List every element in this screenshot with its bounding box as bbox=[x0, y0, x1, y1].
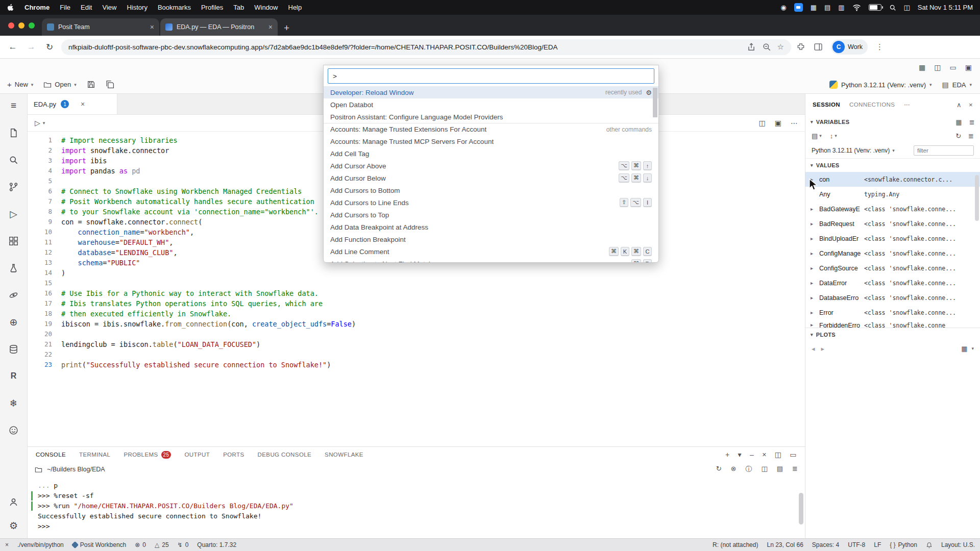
window-close-button[interactable] bbox=[8, 22, 14, 29]
filter-input[interactable] bbox=[914, 145, 974, 156]
spotlight-icon[interactable] bbox=[889, 4, 896, 11]
add-console-icon[interactable]: + bbox=[725, 450, 730, 459]
side-panel-icon[interactable] bbox=[814, 42, 823, 52]
panel-tab-snowflake[interactable]: SNOWFLAKE bbox=[325, 452, 363, 458]
palette-item[interactable]: Accounts: Manage Trusted Extensions For … bbox=[324, 123, 658, 135]
palette-item[interactable]: Add Cursors to Bottom bbox=[324, 184, 658, 196]
console-cwd[interactable]: ~/Builders Blog/EDA bbox=[47, 466, 105, 473]
menu-bookmarks[interactable]: Bookmarks bbox=[158, 4, 191, 11]
statusbar-item-lf[interactable]: LF bbox=[874, 541, 881, 548]
url-bar[interactable]: nfkpiaib-duloftf-posit-software-pbc-dev.… bbox=[61, 39, 791, 55]
panel-tab-debug-console[interactable]: DEBUG CONSOLE bbox=[258, 452, 312, 458]
restart-icon[interactable]: ↻ bbox=[716, 465, 722, 474]
interpreter-label[interactable]: Python 3.12.11 (Venv: .venv) bbox=[812, 147, 890, 154]
statusbar-item-quarto-1-7-32[interactable]: Quarto: 1.7.32 bbox=[197, 541, 236, 548]
variable-row[interactable]: ▸ConfigSource<class 'snowflake.conne... bbox=[805, 261, 980, 276]
source-control-icon[interactable] bbox=[7, 180, 20, 193]
code-line[interactable]: 17# Ibis translates Python operations in… bbox=[28, 298, 805, 309]
search-icon[interactable] bbox=[7, 153, 20, 166]
sort-button[interactable]: ↕▾ bbox=[830, 132, 837, 140]
battery-icon[interactable] bbox=[869, 4, 881, 11]
save-icon[interactable] bbox=[87, 80, 95, 89]
wifi-icon[interactable] bbox=[852, 4, 861, 11]
menu-file[interactable]: File bbox=[60, 4, 70, 11]
console-scrollbar[interactable] bbox=[799, 493, 803, 524]
variables-grid-icon[interactable]: ▦ bbox=[955, 118, 962, 126]
connections-icon[interactable] bbox=[7, 342, 20, 356]
close-panel-icon[interactable]: × bbox=[969, 101, 973, 109]
menu-help[interactable]: Help bbox=[288, 4, 302, 11]
statusbar-item-ln-23-col-66[interactable]: Ln 23, Col 66 bbox=[767, 541, 803, 548]
expand-chevron-icon[interactable]: ▸ bbox=[811, 322, 819, 328]
configure-keybinding-icon[interactable]: ⚙ bbox=[646, 89, 652, 96]
palette-item[interactable]: Accounts: Manage Trusted MCP Servers For… bbox=[324, 135, 658, 147]
expand-chevron-icon[interactable]: ▸ bbox=[811, 236, 819, 241]
r-lang-icon[interactable]: R bbox=[7, 369, 20, 383]
plot-grid-icon[interactable]: ▦ bbox=[961, 345, 967, 353]
palette-item[interactable]: Add Cursors to Top bbox=[324, 209, 658, 221]
expand-chevron-icon[interactable]: ▸ bbox=[811, 265, 819, 271]
panel-tab-problems[interactable]: PROBLEMS25 bbox=[124, 451, 171, 459]
menubar-clock[interactable]: Sat Nov 1 5:11 PM bbox=[918, 4, 973, 11]
toggle-sidebar-icon[interactable]: ▣ bbox=[965, 63, 972, 71]
refresh-icon[interactable]: ↻ bbox=[955, 132, 961, 140]
tab-close-icon[interactable]: × bbox=[150, 23, 154, 31]
variable-row[interactable]: ▸DataError<class 'snowflake.conne... bbox=[805, 276, 980, 290]
code-line[interactable]: 14) bbox=[28, 268, 805, 278]
palette-item[interactable]: Add Cursor Below⌥⌘↓ bbox=[324, 172, 658, 184]
extensions-icon[interactable] bbox=[7, 234, 20, 247]
menu-tab[interactable]: Tab bbox=[233, 4, 244, 11]
bookmark-icon[interactable]: ☆ bbox=[777, 42, 784, 52]
menu-history[interactable]: History bbox=[127, 4, 147, 11]
statusbar-item-utf-8[interactable]: UTF-8 bbox=[848, 541, 865, 548]
list-icon[interactable]: ≣ bbox=[968, 132, 974, 140]
tab-session[interactable]: SESSION bbox=[813, 102, 840, 108]
shutdown-icon[interactable]: ⊗ bbox=[731, 465, 737, 474]
testing-icon[interactable] bbox=[7, 261, 20, 274]
panel-tab-terminal[interactable]: TERMINAL bbox=[79, 452, 110, 458]
more-actions-icon[interactable]: ⋯ bbox=[904, 101, 910, 108]
palette-item[interactable]: Add Selection to Next Find Match⌘D bbox=[324, 258, 658, 263]
palette-item[interactable]: Add Cursor Above⌥⌘↑ bbox=[324, 160, 658, 172]
palette-item[interactable]: Add Data Breakpoint at Address bbox=[324, 221, 658, 233]
save-all-icon[interactable] bbox=[106, 80, 114, 89]
variables-section-header[interactable]: ▾ VARIABLES ▦ ≣ bbox=[805, 115, 980, 129]
previous-plot-icon[interactable]: ◂ bbox=[812, 345, 815, 353]
editor-tab[interactable]: EDA.py 1 × bbox=[28, 94, 117, 114]
palette-item[interactable]: Add Cursors to Line Ends⇧⌥I bbox=[324, 196, 658, 209]
panel-tab-ports[interactable]: PORTS bbox=[223, 452, 244, 458]
panel-tab-output[interactable]: OUTPUT bbox=[184, 452, 210, 458]
palette-item[interactable]: Developer: Reload Windowrecently used⚙ bbox=[324, 86, 658, 98]
settings-icon[interactable]: ⚙ bbox=[7, 519, 20, 532]
code-line[interactable]: 22 bbox=[28, 349, 805, 360]
expand-chevron-icon[interactable]: ▸ bbox=[811, 221, 819, 227]
group-by-button[interactable]: ▤▾ bbox=[812, 132, 822, 140]
palette-item[interactable]: Add Line Comment⌘K⌘C bbox=[324, 245, 658, 258]
help-icon[interactable]: ⊕ bbox=[7, 315, 20, 329]
statusbar-item[interactable] bbox=[926, 542, 933, 548]
statusbar-item--venv-bin-python[interactable]: ./venv/bin/python bbox=[17, 541, 64, 548]
console-output[interactable]: ... p>>> %reset -sf>>> %run "/home/CHETA… bbox=[28, 477, 805, 532]
zoom-out-icon[interactable] bbox=[762, 42, 771, 52]
statusbar-item-python[interactable]: { }Python bbox=[890, 541, 917, 548]
keyboard-icon[interactable]: ▤ bbox=[824, 4, 830, 11]
next-plot-icon[interactable]: ▸ bbox=[821, 345, 825, 353]
statusbar-item-25[interactable]: △25 bbox=[155, 541, 169, 548]
code-line[interactable]: 15 bbox=[28, 278, 805, 288]
menu-chrome[interactable]: Chrome bbox=[24, 4, 50, 11]
code-line[interactable]: 18# then executed efficiently in Snowfla… bbox=[28, 309, 805, 319]
palette-item[interactable]: Open Databot bbox=[324, 98, 658, 111]
interpreter-selector[interactable]: Python 3.12.11 (Venv: .venv) ▾ bbox=[829, 81, 932, 89]
split-editor-layout-icon[interactable]: ◫ bbox=[934, 63, 941, 71]
command-palette-input[interactable] bbox=[328, 68, 654, 84]
more-actions-icon[interactable]: ⋯ bbox=[791, 119, 798, 127]
code-line[interactable]: 20 bbox=[28, 329, 805, 339]
browser-tab[interactable]: EDA.py — EDA — Positron× bbox=[160, 18, 278, 36]
variables-scrollbar[interactable] bbox=[975, 175, 979, 221]
statusbar-item-posit-workbench[interactable]: Posit Workbench bbox=[72, 541, 127, 548]
code-line[interactable]: 19ibiscon = ibis.snowflake.from_connecti… bbox=[28, 319, 805, 329]
palette-item[interactable]: Add Function Breakpoint bbox=[324, 233, 658, 245]
variable-row[interactable]: ▸BadRequest<class 'snowflake.conne... bbox=[805, 216, 980, 231]
expand-chevron-icon[interactable]: ▸ bbox=[811, 280, 819, 286]
new-button[interactable]: + New ▾ bbox=[7, 80, 33, 89]
